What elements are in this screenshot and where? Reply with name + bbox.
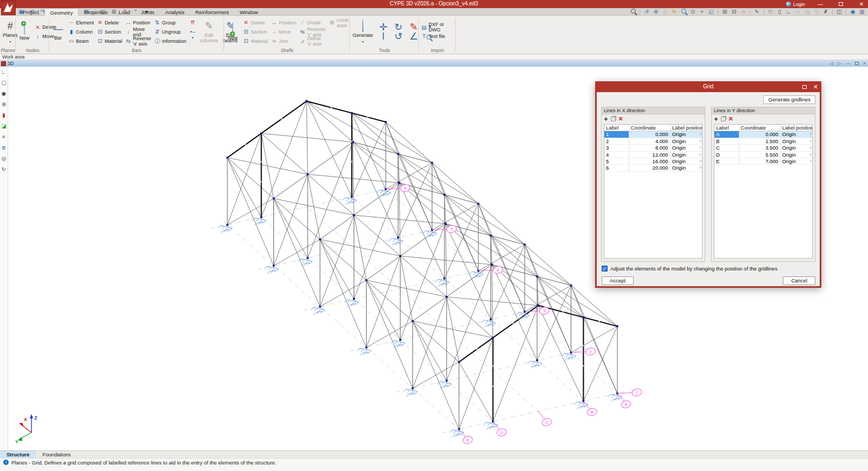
cell-coordinate[interactable]: 5.500	[739, 152, 781, 158]
rotate-view-button[interactable]: ⊛	[652, 9, 660, 15]
cell-label-position[interactable]: Origin˅	[781, 152, 812, 158]
grid-row-a[interactable]: A0.000Origin˅	[714, 131, 812, 138]
close-button[interactable]: ✕	[856, 0, 867, 8]
full-screen-button[interactable]: ◱	[707, 9, 715, 15]
chevron-down-icon[interactable]: ˅	[699, 145, 701, 151]
zoom-window-button[interactable]	[680, 9, 687, 15]
sheet-button[interactable]: ▤	[803, 9, 811, 15]
minimize-button[interactable]: —	[815, 0, 826, 8]
ribbon-button-column[interactable]: ▮Column	[67, 28, 95, 36]
cell-label[interactable]: 1	[604, 131, 629, 137]
cell-label[interactable]: C	[714, 145, 739, 151]
menu-tab-geometry[interactable]: Geometry	[44, 8, 79, 16]
next-view-button[interactable]: ▷	[838, 61, 841, 66]
cell-coordinate[interactable]: 1.500	[739, 138, 781, 144]
ribbon-button-group[interactable]: ⇅Group	[154, 18, 188, 27]
menu-tab-analysis[interactable]: Analysis	[160, 8, 190, 16]
copy-line-button[interactable]	[721, 117, 726, 121]
delete-line-button[interactable]: ✕	[618, 115, 623, 122]
menu-tab-load[interactable]: Load	[113, 8, 136, 16]
cube-button[interactable]: ▢	[1, 80, 6, 86]
help-book-button[interactable]: ▥	[858, 9, 866, 15]
ribbon-button-new[interactable]: +New	[225, 17, 240, 47]
ribbon-button-align-bars[interactable]: •–•	[189, 28, 197, 36]
cell-label[interactable]: A	[714, 131, 739, 137]
add-line-button[interactable]: +	[604, 115, 608, 123]
chevron-down-icon[interactable]: ˅	[699, 165, 701, 171]
grid-row-e[interactable]: E7.000Origin˅	[714, 158, 812, 165]
magnet-button[interactable]: ∩	[739, 9, 747, 15]
ribbon-button-new[interactable]: +New	[17, 17, 32, 47]
cell-coordinate[interactable]: 4.000	[629, 138, 671, 144]
web-button[interactable]: ◉	[849, 9, 857, 15]
visibility-button[interactable]: ◎	[2, 156, 7, 162]
layers-button[interactable]: ≡	[2, 134, 5, 140]
view-close-button[interactable]: ×	[863, 61, 866, 66]
generate-gridlines-button[interactable]: Generate gridlines	[763, 95, 815, 104]
chevron-down-icon[interactable]: ˅	[809, 158, 812, 164]
chevron-down-icon[interactable]: ˅	[809, 152, 812, 158]
menu-tab-properties[interactable]: Properties	[79, 8, 113, 16]
orbit-sphere-button[interactable]: ⊕	[2, 101, 6, 107]
cancel-button[interactable]: Cancel	[783, 276, 815, 285]
dialog-maximize-button[interactable]	[802, 85, 807, 89]
ribbon-button-reverse-x-axis[interactable]: ⇆Reverse 'x' axis	[124, 37, 152, 46]
orbit-button[interactable]: ↺	[643, 9, 650, 15]
restore-button[interactable]	[835, 0, 846, 8]
set-square-button[interactable]: ∟	[785, 9, 793, 15]
view-tab-3d[interactable]: 3D	[8, 61, 14, 66]
zoom-previous-button[interactable]: ⊖	[661, 9, 669, 15]
center-view-button[interactable]: +	[698, 9, 706, 15]
cell-label-position[interactable]: Origin˅	[671, 158, 702, 164]
ribbon-button-material[interactable]: ⊡Material	[96, 37, 123, 46]
chevron-down-icon[interactable]: ˅	[809, 131, 812, 137]
ribbon-button-text-file[interactable]: TText file	[420, 32, 456, 41]
tab-structure[interactable]: Structure	[0, 451, 36, 458]
delete-line-button[interactable]: ✕	[729, 115, 733, 122]
cell-label[interactable]: 6	[604, 165, 629, 171]
chevron-down-icon[interactable]: ˅	[809, 138, 812, 144]
history-button[interactable]: ○	[794, 9, 802, 15]
adjust-elements-checkbox[interactable]: ✓ Adjust the elements of the model by ch…	[602, 266, 777, 272]
chevron-down-icon[interactable]: ˅	[699, 158, 701, 164]
dialog-title-bar[interactable]: Grid ✕	[595, 81, 821, 92]
cell-coordinate[interactable]: 0.000	[629, 131, 671, 137]
accept-button[interactable]: Accept	[602, 276, 634, 285]
cell-coordinate[interactable]: 20.000	[629, 165, 671, 171]
menu-tab-joints[interactable]: Joints	[136, 8, 160, 16]
rotate-button[interactable]: ↻	[2, 166, 6, 172]
chevron-down-icon[interactable]: ˅	[699, 152, 701, 158]
ribbon-button-adjust-columns[interactable]: ⇈	[189, 18, 197, 27]
grid-row-b[interactable]: B1.500Origin˅	[714, 138, 812, 145]
cell-label[interactable]: 5	[604, 158, 629, 164]
filter-button[interactable]: ▽	[813, 9, 820, 15]
ribbon-button-information[interactable]: ⓘInformation	[154, 37, 188, 46]
grid-row-5[interactable]: 516.000Origin˅	[604, 158, 702, 165]
menu-tab-reinforcement[interactable]: Reinforcement	[190, 8, 234, 16]
view-minimize-button[interactable]: —	[846, 61, 851, 66]
grid-row-6[interactable]: 620.000Origin˅	[604, 165, 702, 171]
ribbon-button-beam[interactable]: ▭Beam	[67, 37, 95, 46]
ribbon-button-generate[interactable]: Generate▾	[351, 17, 375, 47]
cell-label-position[interactable]: Origin˅	[671, 145, 702, 151]
cell-label[interactable]: D	[714, 152, 739, 158]
tab-foundations[interactable]: Foundations	[36, 451, 77, 458]
ribbon-button-bar[interactable]: —Bar	[50, 17, 66, 47]
cype-logo[interactable]	[1, 1, 16, 15]
grid-row-d[interactable]: D5.500Origin˅	[714, 152, 812, 158]
grid-row-3[interactable]: 38.000Origin˅	[604, 145, 702, 151]
cell-label[interactable]: E	[714, 158, 739, 164]
plane-green-button[interactable]: ◪	[1, 123, 6, 129]
cell-coordinate[interactable]: 0.000	[739, 131, 781, 137]
cell-label-position[interactable]: Origin˅	[671, 138, 702, 144]
planes-red-button[interactable]: ▮	[2, 112, 5, 118]
cell-label-position[interactable]: Origin˅	[781, 138, 812, 144]
stack-button[interactable]: ≣	[2, 145, 6, 151]
cell-coordinate[interactable]: 16.000	[629, 158, 671, 164]
menu-tab-window[interactable]: Window	[234, 8, 264, 16]
select-window-button[interactable]: □	[767, 9, 774, 15]
cell-label-position[interactable]: Origin˅	[671, 131, 702, 137]
snap-grid-button[interactable]: ⊞	[721, 9, 729, 15]
cell-label-position[interactable]: Origin˅	[671, 152, 702, 158]
cell-label-position[interactable]: Origin˅	[781, 131, 812, 137]
